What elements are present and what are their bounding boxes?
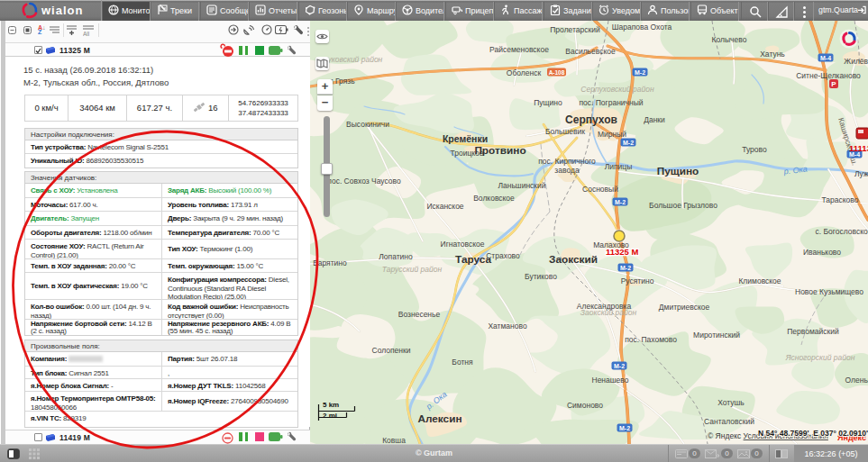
svg-text:Солопенки: Солопенки xyxy=(372,346,411,355)
svg-text:Ненашево: Ненашево xyxy=(592,376,629,385)
svg-text:Высокиничи: Высокиничи xyxy=(346,120,389,129)
svg-text:N 54° 48.7599', E 037° 02.0910: N 54° 48.7599', E 037° 02.0910' xyxy=(758,429,868,438)
svg-text:Пущино: Пущино xyxy=(657,165,699,177)
svg-text:Р: Р xyxy=(831,80,836,88)
svg-text:М-2: М-2 xyxy=(619,425,630,431)
svg-text:Тарусский район: Тарусский район xyxy=(382,265,443,274)
svg-text:Ковша: Ковша xyxy=(382,436,406,444)
svg-text:Иваньково: Иваньково xyxy=(803,248,841,257)
svg-text:Исканское: Исканское xyxy=(426,202,463,211)
svg-text:Тарасково: Тарасково xyxy=(822,195,859,204)
svg-text:А-108: А-108 xyxy=(549,69,565,76)
svg-text:All: All xyxy=(83,31,90,37)
svg-text:5 km: 5 km xyxy=(323,401,339,409)
svg-text:Пущино: Пущино xyxy=(534,98,562,107)
svg-text:Серпухов: Серпухов xyxy=(565,113,617,126)
svg-text:Бутиково: Бутиково xyxy=(525,272,557,281)
svg-text:Колычево: Колычево xyxy=(712,35,747,44)
svg-text:2 mi: 2 mi xyxy=(323,412,337,420)
svg-text:Жилёво: Жилёво xyxy=(844,57,868,66)
svg-text:Протвино: Протвино xyxy=(474,144,525,157)
svg-text:Миротинский: Миротинский xyxy=(693,331,740,340)
svg-text:Сосновый: Сосновый xyxy=(582,185,618,194)
svg-text:М-4: М-4 xyxy=(820,55,831,61)
svg-text:Данки: Данки xyxy=(644,115,665,124)
svg-text:Русятино: Русятино xyxy=(621,276,654,285)
svg-text:Липицы: Липицы xyxy=(605,162,633,171)
svg-text:Хатманово: Хатманово xyxy=(488,322,527,331)
svg-text:Большое Грызлово: Большое Грызлово xyxy=(649,201,717,210)
svg-text:пос. Совхоз Чаусово: пос. Совхоз Чаусово xyxy=(327,177,401,186)
svg-text:Турово: Турово xyxy=(742,145,767,154)
svg-text:Хотушь: Хотушь xyxy=(717,398,745,407)
svg-text:Барятино: Барятино xyxy=(313,258,347,267)
svg-text:Хатунь: Хатунь xyxy=(760,50,785,59)
svg-text:Ясногорский район: Ясногорский район xyxy=(785,353,855,362)
svg-text:11113 М: 11113 М xyxy=(849,143,868,153)
svg-text:Мирный: Мирный xyxy=(598,130,626,139)
svg-text:Серпуховский район: Серпуховский район xyxy=(580,85,654,94)
svg-text:Лопатино: Лопатино xyxy=(379,252,413,261)
svg-text:Симоново: Симоново xyxy=(567,401,603,410)
svg-text:Оболенск: Оболенск xyxy=(507,68,542,77)
svg-text:Первомайский: Первомайский xyxy=(787,327,839,336)
svg-text:Большевик: Большевик xyxy=(545,127,585,136)
svg-text:Игнатовское: Игнатовское xyxy=(441,240,485,249)
svg-text:Заокский район: Заокский район xyxy=(580,308,637,317)
svg-text:Оленьково: Оленьково xyxy=(845,376,868,385)
svg-text:завода: завода xyxy=(554,166,580,175)
svg-text:Ботня: Ботня xyxy=(452,358,473,367)
svg-text:М-2: М-2 xyxy=(623,140,634,146)
svg-text:Ланьшинский: Ланьшинский xyxy=(498,181,545,190)
svg-text:Дмитриевское: Дмитриевское xyxy=(659,303,710,312)
svg-text:Кремёнки: Кремёнки xyxy=(443,133,488,144)
svg-text:с. Богословское: с. Богословское xyxy=(816,227,868,236)
svg-text:Санталовский: Санталовский xyxy=(704,417,754,426)
svg-text:Новое Кузьмищево: Новое Кузьмищево xyxy=(795,287,863,296)
svg-text:Васильевское: Васильевское xyxy=(565,47,616,56)
svg-text:Жуковский район: Жуковский район xyxy=(320,55,383,64)
svg-text:пос. Кирпичного: пос. Кирпичного xyxy=(538,157,596,166)
svg-text:Лужки: Лужки xyxy=(854,169,868,178)
svg-text:Волковское: Волковское xyxy=(473,194,515,203)
svg-text:Ситне-Щелканово: Ситне-Щелканово xyxy=(796,71,861,80)
svg-text:Шарапова Охота: Шарапова Охота xyxy=(612,23,672,32)
svg-text:пос. Пахомово: пос. Пахомово xyxy=(625,335,677,344)
svg-text:М-2: М-2 xyxy=(635,69,645,76)
svg-text:Страхово: Страхово xyxy=(486,251,520,260)
svg-text:Райсеменовское: Райсеменовское xyxy=(489,45,549,54)
svg-text:Климовское: Климовское xyxy=(738,276,781,285)
svg-text:Вознесенье: Вознесенье xyxy=(398,310,441,319)
svg-text:пос. Пограничный: пос. Пограничный xyxy=(579,98,643,107)
svg-text:Пролетарский: Пролетарский xyxy=(550,25,600,34)
svg-text:М-2: М-2 xyxy=(614,363,625,369)
svg-text:М-2: М-2 xyxy=(620,265,631,271)
svg-text:Заокский: Заокский xyxy=(549,253,598,266)
svg-text:Алексин: Алексин xyxy=(417,412,461,425)
svg-text:11325 М: 11325 М xyxy=(606,247,639,257)
svg-text:М-2: М-2 xyxy=(615,199,626,205)
